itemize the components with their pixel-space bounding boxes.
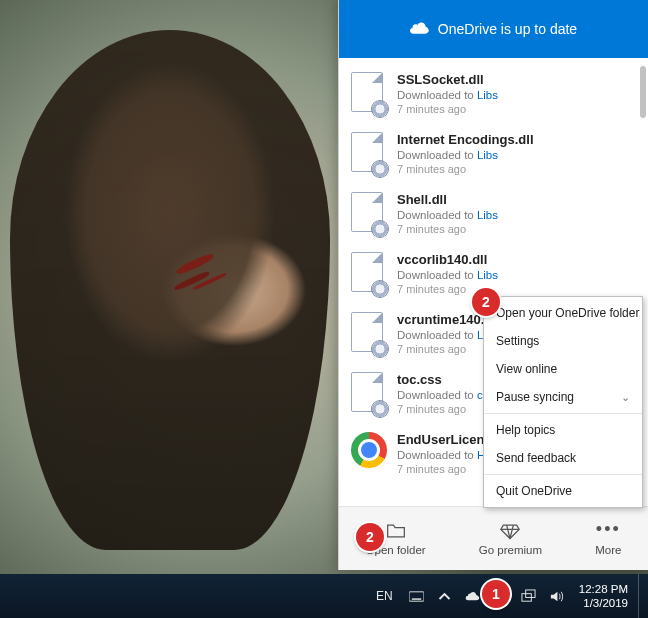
more-icon: ••• <box>596 522 621 540</box>
menu-pause-syncing-label: Pause syncing <box>496 390 574 404</box>
menu-pause-syncing[interactable]: Pause syncing ⌄ <box>484 383 642 411</box>
location-link[interactable]: Libs <box>477 269 498 281</box>
dll-file-icon <box>351 132 387 176</box>
wallpaper-figure <box>10 30 330 550</box>
tray-chevron-icon[interactable] <box>437 588 453 604</box>
file-name: vccorlib140.dll <box>397 252 636 267</box>
show-desktop-button[interactable] <box>638 574 644 618</box>
file-name: Internet Encodings.dll <box>397 132 636 147</box>
dll-file-icon <box>351 252 387 296</box>
menu-view-online[interactable]: View online <box>484 355 642 383</box>
timestamp: 7 minutes ago <box>397 223 636 235</box>
scrollbar-thumb[interactable] <box>640 66 646 118</box>
download-location: Downloaded to Libs <box>397 209 636 221</box>
svg-rect-1 <box>412 598 421 599</box>
menu-settings[interactable]: Settings <box>484 327 642 355</box>
diamond-icon <box>500 522 520 540</box>
taskbar: EN 12:28 PM 1/3/2019 <box>0 574 648 618</box>
menu-separator <box>484 474 642 475</box>
annotation-badge-2b: 2 <box>472 288 500 316</box>
clock-date: 1/3/2019 <box>579 596 628 610</box>
network-tray-icon[interactable] <box>521 588 537 604</box>
download-location: Downloaded to Libs <box>397 89 636 101</box>
system-tray: EN <box>376 588 565 604</box>
download-location: Downloaded to Libs <box>397 269 636 281</box>
download-location: Downloaded to Libs <box>397 149 636 161</box>
language-indicator[interactable]: EN <box>376 589 393 603</box>
location-link[interactable]: Libs <box>477 149 498 161</box>
timestamp: 7 minutes ago <box>397 103 636 115</box>
chevron-down-icon: ⌄ <box>621 391 630 404</box>
dll-file-icon <box>351 312 387 356</box>
go-premium-label: Go premium <box>479 544 542 556</box>
onedrive-tray-icon[interactable] <box>465 588 481 604</box>
more-button[interactable]: ••• More <box>595 522 621 556</box>
menu-send-feedback[interactable]: Send feedback <box>484 444 642 472</box>
go-premium-button[interactable]: Go premium <box>479 522 542 556</box>
dll-file-icon <box>351 192 387 236</box>
file-name: Shell.dll <box>397 192 636 207</box>
menu-quit[interactable]: Quit OneDrive <box>484 477 642 505</box>
onedrive-cloud-icon <box>410 21 430 38</box>
clock-time: 12:28 PM <box>579 582 628 596</box>
menu-separator <box>484 413 642 414</box>
timestamp: 7 minutes ago <box>397 283 636 295</box>
onedrive-action-bar: Open folder Go premium ••• More <box>339 506 648 570</box>
activity-item[interactable]: SSLSocket.dll Downloaded to Libs 7 minut… <box>345 66 642 126</box>
keyboard-icon[interactable] <box>409 588 425 604</box>
location-link[interactable]: Libs <box>477 209 498 221</box>
timestamp: 7 minutes ago <box>397 163 636 175</box>
annotation-badge-2a: 2 <box>356 523 384 551</box>
menu-help-topics[interactable]: Help topics <box>484 416 642 444</box>
annotation-badge-1: 1 <box>482 580 510 608</box>
folder-icon <box>386 522 406 540</box>
activity-item[interactable]: Internet Encodings.dll Downloaded to Lib… <box>345 126 642 186</box>
file-name: SSLSocket.dll <box>397 72 636 87</box>
activity-item[interactable]: Shell.dll Downloaded to Libs 7 minutes a… <box>345 186 642 246</box>
onedrive-status-header: OneDrive is up to date <box>339 0 648 58</box>
volume-tray-icon[interactable] <box>549 588 565 604</box>
onedrive-context-menu: Open your OneDrive folder Settings View … <box>483 296 643 508</box>
location-link[interactable]: Libs <box>477 89 498 101</box>
chrome-html-icon <box>351 432 387 468</box>
more-label: More <box>595 544 621 556</box>
dll-file-icon <box>351 72 387 116</box>
menu-open-folder[interactable]: Open your OneDrive folder <box>484 299 642 327</box>
css-file-icon <box>351 372 387 416</box>
onedrive-status-text: OneDrive is up to date <box>438 21 577 37</box>
taskbar-clock[interactable]: 12:28 PM 1/3/2019 <box>573 582 634 611</box>
